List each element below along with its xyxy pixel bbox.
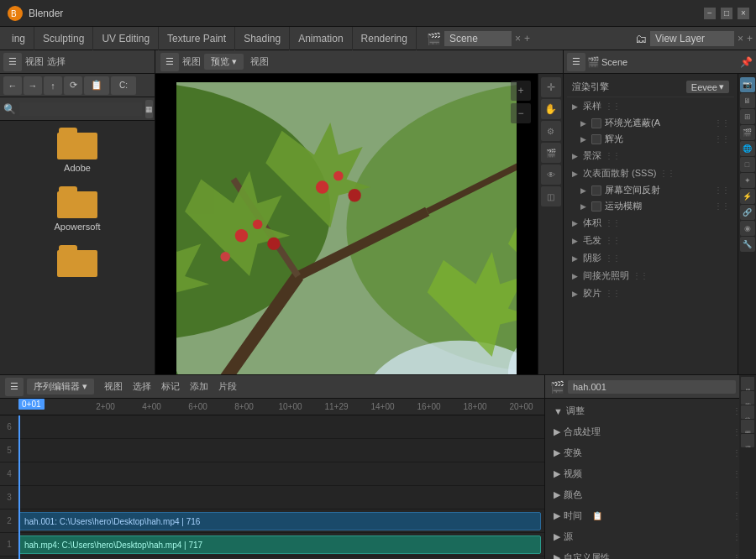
ambient-checkbox[interactable] (591, 118, 601, 128)
nav-bookmark-button[interactable]: 📋 (84, 76, 109, 95)
svg-point-17 (316, 180, 328, 193)
section-header-compositing[interactable]: ▶ 合成处理 ⋮⋮ (549, 423, 753, 441)
scene-input[interactable] (444, 31, 512, 46)
seq-view-menu[interactable]: 视图 (104, 380, 123, 393)
section-header-custom[interactable]: ▶ 自定义属性 ⋮⋮ (549, 549, 753, 559)
section-hair[interactable]: ▶ 毛发 ⋮⋮ (567, 232, 734, 249)
tab-uv-editing[interactable]: UV Editing (93, 27, 159, 50)
nav-up-button[interactable]: ↑ (44, 76, 62, 95)
scene-settings-icon[interactable]: 🎬 (740, 125, 755, 140)
scene-close-icon[interactable]: × (515, 33, 521, 44)
output-icon[interactable]: 🖥 (740, 93, 755, 108)
section-sss[interactable]: ▶ 次表面散射 (SSS) ⋮⋮ (567, 165, 734, 182)
render-props-icon[interactable]: ⚙ (541, 121, 561, 141)
grid-view-button[interactable]: ▦ (145, 100, 153, 118)
close-button[interactable]: × (738, 8, 749, 19)
object-icon[interactable]: □ (740, 157, 755, 172)
zoom-out-tool[interactable]: − (511, 103, 531, 123)
strip-side-icons: 场景 渲染 输出 视图 代理 (739, 375, 756, 559)
scene-add-icon[interactable]: + (524, 33, 530, 44)
tab-texture-paint[interactable]: Texture Paint (159, 27, 235, 50)
select-menu[interactable]: 选择 (47, 55, 66, 68)
overlay-icon[interactable]: ◫ (541, 186, 561, 206)
section-sampling[interactable]: ▶ 采样 ⋮⋮ (567, 97, 734, 115)
nav-back-button[interactable]: ← (3, 76, 22, 95)
seq-menu-button[interactable]: ☰ (5, 378, 24, 396)
bottom-section: ☰ 序列编辑器 ▾ 视图 选择 标记 添加 片段 0+01 2+00 4+00 … (0, 374, 756, 559)
sequence-timeline[interactable]: 0+01 2+00 4+00 6+00 8+00 10+00 11+29 14+… (0, 399, 544, 559)
section-header-video[interactable]: ▶ 视频 ⋮⋮ (549, 465, 753, 483)
list-item[interactable]: Apowersoft (7, 186, 148, 232)
modifier-icon[interactable]: 🔧 (740, 237, 755, 252)
bloom-checkbox[interactable] (591, 134, 601, 144)
panel-menu-button[interactable]: ☰ (3, 53, 22, 71)
strip-header: 🎬 (545, 375, 756, 399)
tab-sculpting[interactable]: Sculpting (34, 27, 93, 50)
section-header-transform[interactable]: ▶ 变换 ⋮⋮ (549, 444, 753, 462)
particles-icon[interactable]: ✦ (740, 173, 755, 188)
strip-name-input[interactable] (568, 380, 736, 394)
proxy-side-icon[interactable]: 代理 (741, 434, 754, 447)
motionblur-checkbox[interactable] (591, 201, 601, 212)
hand-tool[interactable]: ✋ (541, 99, 561, 119)
seq-strip-menu[interactable]: 片段 (218, 380, 237, 393)
tab-shading[interactable]: Shading (235, 27, 290, 50)
track-row: 6 (0, 415, 544, 439)
section-expand-icon: ▶ (554, 468, 560, 479)
render-engine-dropdown[interactable]: Eevee ▾ (686, 81, 729, 93)
view-props-icon[interactable]: 👁 (541, 165, 561, 185)
render-side-icon[interactable]: 渲染 (741, 391, 754, 405)
move-tool[interactable]: ✛ (541, 77, 561, 97)
viewlayer-input[interactable] (650, 31, 734, 46)
seq-add-menu[interactable]: 添加 (190, 380, 208, 393)
search-input[interactable] (19, 102, 142, 116)
view-side-icon[interactable]: 视图 (741, 420, 754, 433)
ssr-checkbox[interactable] (591, 185, 601, 196)
strip-section-compositing: ▶ 合成处理 ⋮⋮ (549, 423, 753, 441)
viewlayer-close-icon[interactable]: × (738, 33, 743, 44)
viewport-menu-button[interactable]: ☰ (160, 53, 179, 71)
list-item[interactable] (7, 245, 148, 280)
pin-icon[interactable]: 📌 (740, 56, 753, 68)
ruler-mark: 8+00 (221, 402, 267, 411)
preview-dropdown[interactable]: 预览 ▾ (204, 54, 244, 70)
section-film[interactable]: ▶ 胶片 ⋮⋮ (567, 285, 734, 302)
view-menu-btn[interactable]: 视图 (182, 55, 201, 68)
nav-forward-button[interactable]: → (24, 76, 42, 95)
view-menu[interactable]: 视图 (25, 55, 44, 68)
zoom-in-tool[interactable]: + (511, 81, 531, 101)
constraints-icon[interactable]: 🔗 (740, 205, 755, 220)
tab-rendering[interactable]: Rendering (353, 27, 417, 50)
video-strip-hah001[interactable]: hah.001: C:\Users\hero\Desktop\hah.mp4 |… (18, 512, 541, 530)
section-volume[interactable]: ▶ 体积 ⋮⋮ (567, 214, 734, 232)
section-shadow[interactable]: ▶ 阴影 ⋮⋮ (567, 249, 734, 267)
list-item[interactable]: Adobe (7, 128, 148, 173)
tab-animation[interactable]: Animation (290, 27, 352, 50)
output-side-icon[interactable]: 输出 (741, 405, 754, 419)
world-icon[interactable]: 🌐 (740, 141, 755, 156)
section-indirect[interactable]: ▶ 间接光照明 ⋮⋮ (567, 267, 734, 285)
scene-props-icon[interactable]: 🎬 (541, 143, 561, 163)
section-dof[interactable]: ▶ 景深 ⋮⋮ (567, 147, 734, 165)
render-settings-icon[interactable]: 📷 (740, 77, 755, 92)
minimize-button[interactable]: − (704, 8, 716, 19)
maximize-button[interactable]: □ (721, 8, 732, 19)
section-header-adjust[interactable]: ▼ 调整 ⋮⋮ (549, 402, 753, 420)
props-menu-button[interactable]: ☰ (567, 53, 585, 71)
seq-select-menu[interactable]: 选择 (133, 380, 151, 393)
scene-icon-sm: 🎬 (587, 56, 600, 68)
material-icon[interactable]: ◉ (740, 221, 755, 236)
seq-type-dropdown[interactable]: 序列编辑器 ▾ (27, 379, 94, 394)
nav-refresh-button[interactable]: ⟳ (64, 76, 82, 95)
nav-path-button[interactable]: C: (111, 76, 136, 95)
video-strip-hahmp4[interactable]: hah.mp4: C:\Users\hero\Desktop\hah.mp4 |… (18, 535, 541, 554)
tab-layout[interactable]: ing (3, 27, 34, 50)
view-layer-icon[interactable]: ⊞ (740, 109, 755, 124)
seq-marker-menu[interactable]: 标记 (161, 380, 180, 393)
viewlayer-add-icon[interactable]: + (747, 33, 753, 44)
section-header-time[interactable]: ▶ 时间 📋 ⋮⋮ (549, 507, 753, 525)
physics-icon[interactable]: ⚡ (740, 189, 755, 204)
section-header-color[interactable]: ▶ 颜色 ⋮⋮ (549, 486, 753, 504)
scene-side-icon[interactable]: 场景 (741, 377, 754, 390)
section-header-source[interactable]: ▶ 源 ⋮⋮ (549, 528, 753, 546)
